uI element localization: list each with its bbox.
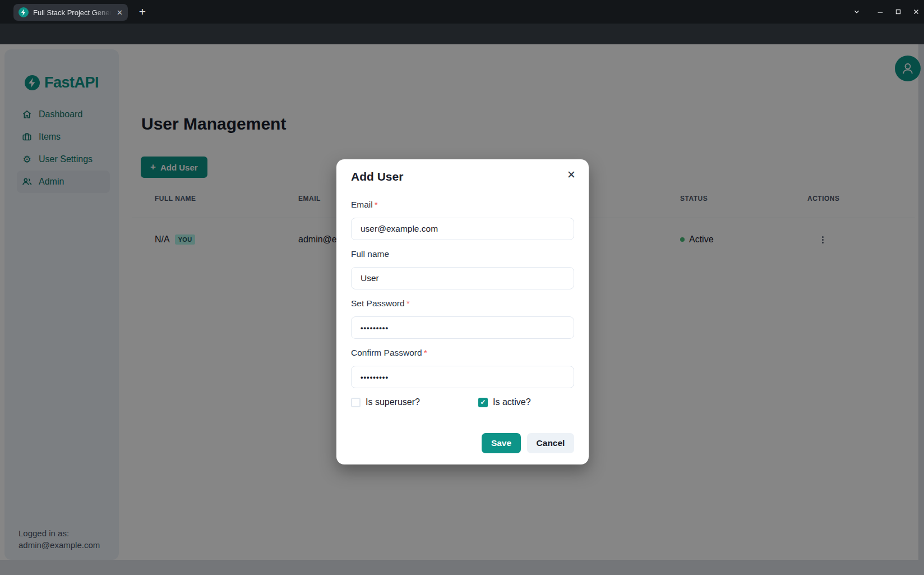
- browser-toolbar: i localhost/admin 1: [0, 24, 924, 44]
- modal-button-row: Save Cancel: [482, 433, 574, 453]
- full-name-field-group: Full name: [351, 249, 574, 289]
- tab-strip: Full Stack Project Genera ✕ +: [0, 0, 924, 24]
- set-password-field-group: Set Password*: [351, 298, 574, 339]
- checkbox-row: Is superuser? ✓ Is active?: [351, 397, 574, 408]
- save-button[interactable]: Save: [482, 433, 521, 453]
- email-label: Email*: [351, 200, 574, 212]
- add-user-modal: Add User ✕ Email* Full name Set Password…: [336, 159, 589, 464]
- confirm-password-field-group: Confirm Password*: [351, 348, 574, 388]
- browser-tab[interactable]: Full Stack Project Genera ✕: [13, 4, 128, 21]
- window-maximize-button[interactable]: [894, 7, 903, 16]
- confirm-password-label: Confirm Password*: [351, 348, 574, 360]
- set-password-field[interactable]: [351, 316, 574, 339]
- window-close-button[interactable]: [912, 7, 921, 16]
- checkbox-unchecked-icon[interactable]: [351, 398, 361, 407]
- email-field[interactable]: [351, 218, 574, 240]
- is-superuser-label: Is superuser?: [366, 397, 420, 407]
- is-active-label: Is active?: [493, 397, 531, 407]
- tab-title: Full Stack Project Genera: [33, 8, 112, 17]
- full-name-label: Full name: [351, 249, 574, 261]
- full-name-field[interactable]: [351, 267, 574, 289]
- modal-close-button[interactable]: ✕: [563, 167, 579, 182]
- modal-title: Add User: [351, 170, 403, 183]
- new-tab-button[interactable]: +: [135, 4, 150, 19]
- tab-close-icon[interactable]: ✕: [117, 9, 123, 16]
- email-field-group: Email*: [351, 200, 574, 240]
- cancel-button[interactable]: Cancel: [527, 433, 574, 453]
- set-password-label: Set Password*: [351, 298, 574, 311]
- checkbox-checked-icon[interactable]: ✓: [478, 398, 488, 407]
- is-active-checkbox[interactable]: ✓ Is active?: [478, 397, 531, 407]
- is-superuser-checkbox[interactable]: Is superuser?: [351, 397, 420, 407]
- confirm-password-field[interactable]: [351, 366, 574, 388]
- window-minimize-button[interactable]: [876, 7, 885, 16]
- required-mark: *: [406, 298, 410, 308]
- required-mark: *: [375, 200, 378, 209]
- fastapi-favicon-icon: [19, 7, 29, 17]
- required-mark: *: [424, 348, 427, 357]
- window-chevron-down-icon[interactable]: [852, 7, 861, 16]
